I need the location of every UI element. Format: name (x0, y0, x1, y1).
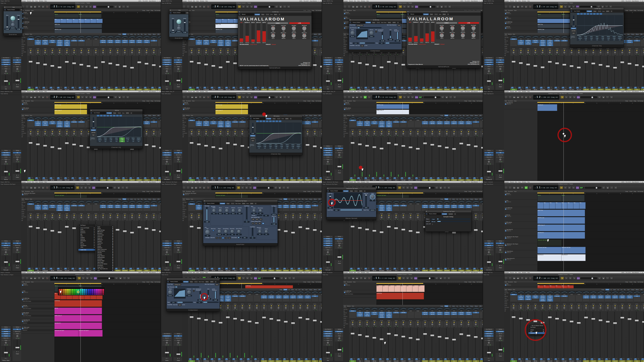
strip-fader[interactable] (143, 56, 150, 86)
compare-button[interactable]: Compare (586, 10, 592, 12)
strip-pan-knob[interactable] (499, 249, 502, 251)
strip-fx-slot[interactable]: Tape Dly (597, 297, 604, 299)
mixer-filter-chip[interactable]: Master (313, 33, 317, 35)
strip-input-slot[interactable]: EXS24 (71, 203, 78, 205)
strip-input-slot[interactable]: In3-4 (364, 120, 370, 121)
record-button[interactable]: ● (528, 277, 532, 280)
solo-button[interactable]: S (418, 177, 420, 179)
strip-sends-area[interactable] (407, 127, 414, 129)
strip-output-slot[interactable]: St Out (78, 129, 85, 131)
auto-release[interactable]: Auto (375, 29, 377, 32)
strip-pan-knob[interactable] (446, 323, 448, 326)
strip-sends-area[interactable] (371, 127, 378, 129)
plugin-titlebar[interactable]: 808 cabasa (249, 115, 302, 117)
mixer-filter-chip[interactable]: Output (308, 115, 313, 116)
strip-fx-slot[interactable]: ValhallaRo (364, 312, 370, 313)
punch-button[interactable]: ☒ (407, 96, 410, 99)
eq-band-icon[interactable] (263, 120, 265, 122)
solo-button[interactable]: S (82, 177, 84, 179)
mute-button[interactable]: M (379, 87, 382, 88)
play-button[interactable]: ▶ (42, 277, 45, 280)
eq-gain-value[interactable]: 0.0dB (268, 146, 273, 147)
strip-fader[interactable] (203, 137, 210, 177)
rewind-button[interactable]: ◀◀ (352, 277, 355, 280)
mixer-menu-item[interactable]: Options (508, 33, 512, 35)
strip-input-slot[interactable]: B 1 (422, 310, 428, 312)
lcd-tempo-value[interactable]: 120 (546, 187, 549, 189)
mute-button[interactable]: M (430, 87, 432, 88)
strip-input-slot[interactable]: B 7 (465, 310, 472, 312)
editors-icon[interactable] (347, 5, 351, 8)
arrange-menu-item[interactable]: Functions (508, 191, 513, 192)
strip-fx-slot[interactable]: Space D (290, 207, 296, 208)
mute-button[interactable]: M (430, 268, 432, 270)
record-button[interactable]: ● (206, 186, 210, 189)
mixer-menu-item[interactable]: Edit (505, 33, 507, 35)
strip-pan-knob[interactable] (643, 307, 644, 309)
mute-button[interactable]: M (247, 359, 250, 360)
mixer-channel-strip[interactable]: B 2Chan EQTape DlySt Out0.0MSPlateverb (429, 307, 436, 362)
strip-output-slot[interactable]: St Out (349, 129, 356, 131)
rewind-button[interactable]: ◀◀ (512, 186, 516, 189)
strip-plugin-slot[interactable]: EQ (496, 242, 505, 244)
mixer-filter-chip[interactable]: Master (152, 115, 156, 116)
strip-eq-thumbnail[interactable] (458, 200, 465, 203)
strip-eq-thumbnail[interactable] (217, 35, 224, 38)
mixer-channel-strip[interactable]: B 6Chan EQSlvVerbSt Out0.0MSLongverb (297, 200, 304, 272)
eq-q-value[interactable]: 0.60 (589, 39, 594, 41)
strip-output-slot[interactable]: St Out (568, 304, 575, 305)
cycle-band[interactable] (215, 283, 262, 284)
mixer-channel-strip[interactable]: B 8CompChan EQOverdrvSt Out-5.3-4.1MSKic… (196, 35, 203, 90)
strip-sends-area[interactable] (122, 46, 128, 48)
mute-button[interactable]: M (130, 268, 132, 270)
strip-automation-mode[interactable]: Read (496, 335, 505, 337)
region[interactable]: 808OHH1_Tape (54, 104, 87, 109)
strip-fx-slot[interactable]: Chan EQ (290, 205, 296, 206)
strip-output-slot[interactable]: St Out (393, 213, 400, 214)
region[interactable]: Kick (549, 202, 556, 209)
strip-pan-knob[interactable] (338, 68, 340, 70)
region[interactable]: Kick (579, 202, 586, 209)
solo-button[interactable]: S (179, 84, 180, 86)
strip-eq-thumbnail[interactable] (78, 35, 85, 38)
inspector-region-row[interactable]: Region: 2 selected (483, 181, 504, 183)
strip-fx-slot[interactable]: SlvVerb (619, 297, 626, 299)
vendor-menu-item[interactable]: Slate Digital▶ (96, 261, 114, 263)
strip-output-slot[interactable]: St Out (64, 48, 70, 49)
mute-button[interactable]: M (254, 359, 257, 360)
strip-output-slot[interactable]: St Out (451, 320, 458, 321)
mute-button[interactable]: M (357, 359, 360, 360)
strip-fx-slot[interactable]: Comp (518, 40, 524, 41)
mixer-channel-strip[interactable]: B 11St Out0.0MSBass (318, 116, 322, 181)
slider-track[interactable] (390, 30, 391, 39)
strip-eq-thumbnail[interactable] (319, 117, 322, 119)
menubar-item[interactable]: Mix (32, 181, 34, 183)
menubar-item[interactable]: Navigate (343, 272, 348, 273)
strip-fader[interactable] (1, 74, 11, 86)
strip-eq-thumbnail[interactable] (597, 291, 604, 294)
color-swatch[interactable] (82, 293, 83, 295)
track-input-button[interactable]: I (510, 285, 511, 286)
strip-input-slot[interactable]: B 11 (158, 120, 161, 121)
mixer-filter-chip[interactable]: MIDI (479, 305, 482, 307)
strip-fx-slot[interactable]: AutoFlt (386, 207, 392, 208)
solo-button[interactable]: S (147, 268, 149, 270)
plugin-power-icon[interactable]: ⏻ (170, 12, 171, 14)
mixer-channel-strip[interactable]: B 6Chan EQSlvVerbSt Out0.0MSLongverb (136, 35, 143, 90)
mute-button[interactable]: M (108, 87, 110, 88)
strip-fx-slot[interactable]: ValhallaRo (364, 121, 370, 123)
plugin-close-icon[interactable] (408, 11, 408, 12)
strip-fx-slot[interactable]: Chan EQ (304, 296, 311, 297)
flex-mode-select[interactable]: Select Flex Mode (22, 301, 54, 302)
strip-fader[interactable] (188, 221, 195, 268)
inspector-track-row[interactable]: Track: Tambourine Tap Topper (0, 183, 21, 185)
cycle-button[interactable]: ⟲ (399, 96, 402, 99)
mixer-channel-strip[interactable]: In5-6Tape DlyChan EQOverdrvChan EQSt Out… (56, 116, 64, 181)
mute-button[interactable]: M (122, 268, 125, 270)
track-record-button[interactable]: R (347, 292, 348, 293)
mute-button[interactable]: M (196, 177, 199, 179)
mixer-filter-chip[interactable]: MIDI (318, 115, 321, 116)
mute-button[interactable]: M (122, 177, 125, 179)
strip-automation-mode[interactable]: Read (1, 158, 11, 160)
strip-fx-slot[interactable]: Space D (444, 207, 450, 208)
